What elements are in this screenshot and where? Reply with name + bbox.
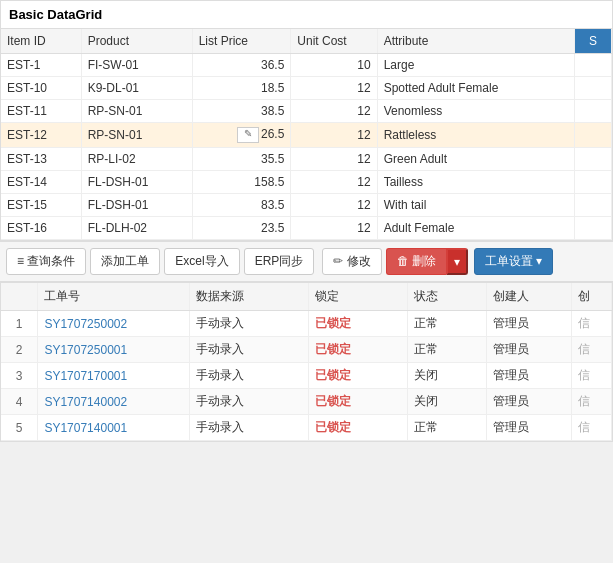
col-header-s: S [574, 29, 611, 54]
cell-locked: 已锁定 [308, 311, 407, 337]
edit-icon: ✏ [333, 254, 346, 268]
cell-listprice: 35.5 [192, 148, 291, 171]
cell-extra: 信 [572, 415, 612, 441]
add-workorder-button[interactable]: 添加工单 [90, 248, 160, 275]
cell-itemid: EST-15 [1, 194, 81, 217]
cell-s [574, 171, 611, 194]
delete-button-group: 🗑 删除 ▾ [386, 248, 468, 275]
delete-button[interactable]: 🗑 删除 [386, 248, 446, 275]
bottom-col-locked: 锁定 [308, 283, 407, 311]
list-item[interactable]: 4 SY1707140002 手动录入 已锁定 关闭 管理员 信 [1, 389, 612, 415]
cell-source: 手动录入 [190, 363, 309, 389]
bottom-col-creator: 创建人 [486, 283, 572, 311]
cell-s [574, 148, 611, 171]
cell-attribute: Spotted Adult Female [377, 77, 574, 100]
cell-itemid: EST-16 [1, 217, 81, 240]
dropdown-arrow-icon: ▾ [536, 254, 542, 268]
workorder-link[interactable]: SY1707250001 [44, 343, 127, 357]
cell-source: 手动录入 [190, 415, 309, 441]
cell-workorder[interactable]: SY1707140002 [38, 389, 190, 415]
edit-button[interactable]: ✏ 修改 [322, 248, 381, 275]
bottom-table: 工单号 数据来源 锁定 状态 创建人 创 1 SY1707250002 手动录入… [1, 283, 612, 441]
cell-unitcost: 12 [291, 100, 377, 123]
list-item[interactable]: 2 SY1707250001 手动录入 已锁定 正常 管理员 信 [1, 337, 612, 363]
cell-creator: 管理员 [486, 311, 572, 337]
cell-workorder[interactable]: SY1707250002 [38, 311, 190, 337]
col-header-unitcost: Unit Cost [291, 29, 377, 54]
table-row[interactable]: EST-14 FL-DSH-01 158.5 12 Tailless [1, 171, 612, 194]
edit-price-icon[interactable]: ✎ [237, 127, 259, 143]
workorder-link[interactable]: SY1707140001 [44, 421, 127, 435]
cell-extra: 信 [572, 337, 612, 363]
cell-status: 关闭 [407, 363, 486, 389]
top-table-header: Item ID Product List Price Unit Cost Att… [1, 29, 612, 54]
erp-sync-button[interactable]: ERP同步 [244, 248, 315, 275]
cell-extra: 信 [572, 363, 612, 389]
workorder-settings-button[interactable]: 工单设置 ▾ [474, 248, 553, 275]
cell-itemid: EST-10 [1, 77, 81, 100]
cell-unitcost: 12 [291, 171, 377, 194]
cell-status: 正常 [407, 415, 486, 441]
bottom-col-extra: 创 [572, 283, 612, 311]
cell-itemid: EST-1 [1, 54, 81, 77]
top-table: Item ID Product List Price Unit Cost Att… [1, 29, 612, 240]
cell-product: RP-SN-01 [81, 123, 192, 148]
table-row[interactable]: EST-12 RP-SN-01 ✎26.5 12 Rattleless [1, 123, 612, 148]
table-row[interactable]: EST-15 FL-DSH-01 83.5 12 With tail [1, 194, 612, 217]
cell-listprice[interactable]: ✎26.5 [192, 123, 291, 148]
cell-status: 正常 [407, 337, 486, 363]
cell-idx: 2 [1, 337, 38, 363]
cell-attribute: With tail [377, 194, 574, 217]
table-row[interactable]: EST-1 FI-SW-01 36.5 10 Large [1, 54, 612, 77]
workorder-link[interactable]: SY1707140002 [44, 395, 127, 409]
cell-s [574, 100, 611, 123]
table-row[interactable]: EST-16 FL-DLH-02 23.5 12 Adult Female [1, 217, 612, 240]
table-row[interactable]: EST-11 RP-SN-01 38.5 12 Venomless [1, 100, 612, 123]
cell-source: 手动录入 [190, 337, 309, 363]
cell-itemid: EST-14 [1, 171, 81, 194]
cell-source: 手动录入 [190, 389, 309, 415]
cell-itemid: EST-13 [1, 148, 81, 171]
bottom-col-workorder: 工单号 [38, 283, 190, 311]
delete-dropdown-button[interactable]: ▾ [446, 248, 468, 275]
cell-s [574, 54, 611, 77]
cell-s [574, 123, 611, 148]
cell-unitcost: 12 [291, 217, 377, 240]
top-grid-title: Basic DataGrid [1, 1, 612, 29]
list-item[interactable]: 3 SY1707170001 手动录入 已锁定 关闭 管理员 信 [1, 363, 612, 389]
list-item[interactable]: 5 SY1707140001 手动录入 已锁定 正常 管理员 信 [1, 415, 612, 441]
table-row[interactable]: EST-10 K9-DL-01 18.5 12 Spotted Adult Fe… [1, 77, 612, 100]
cell-locked: 已锁定 [308, 337, 407, 363]
cell-attribute: Tailless [377, 171, 574, 194]
cell-listprice: 36.5 [192, 54, 291, 77]
bottom-table-header: 工单号 数据来源 锁定 状态 创建人 创 [1, 283, 612, 311]
cell-attribute: Large [377, 54, 574, 77]
top-grid: Basic DataGrid Item ID Product List Pric… [0, 0, 613, 241]
cell-creator: 管理员 [486, 363, 572, 389]
cell-source: 手动录入 [190, 311, 309, 337]
cell-product: FI-SW-01 [81, 54, 192, 77]
cell-creator: 管理员 [486, 415, 572, 441]
cell-listprice: 158.5 [192, 171, 291, 194]
cell-unitcost: 12 [291, 123, 377, 148]
cell-product: FL-DSH-01 [81, 194, 192, 217]
excel-import-button[interactable]: Excel导入 [164, 248, 239, 275]
col-header-itemid: Item ID [1, 29, 81, 54]
workorder-link[interactable]: SY1707170001 [44, 369, 127, 383]
bottom-col-status: 状态 [407, 283, 486, 311]
workorder-link[interactable]: SY1707250002 [44, 317, 127, 331]
cell-idx: 4 [1, 389, 38, 415]
cell-workorder[interactable]: SY1707170001 [38, 363, 190, 389]
trash-icon: 🗑 [397, 254, 412, 268]
cell-locked: 已锁定 [308, 389, 407, 415]
cell-workorder[interactable]: SY1707140001 [38, 415, 190, 441]
query-button[interactable]: ≡ 查询条件 [6, 248, 86, 275]
cell-s [574, 217, 611, 240]
cell-locked: 已锁定 [308, 363, 407, 389]
top-table-body: EST-1 FI-SW-01 36.5 10 Large EST-10 K9-D… [1, 54, 612, 240]
cell-workorder[interactable]: SY1707250001 [38, 337, 190, 363]
list-item[interactable]: 1 SY1707250002 手动录入 已锁定 正常 管理员 信 [1, 311, 612, 337]
cell-product: RP-LI-02 [81, 148, 192, 171]
table-row[interactable]: EST-13 RP-LI-02 35.5 12 Green Adult [1, 148, 612, 171]
cell-creator: 管理员 [486, 337, 572, 363]
